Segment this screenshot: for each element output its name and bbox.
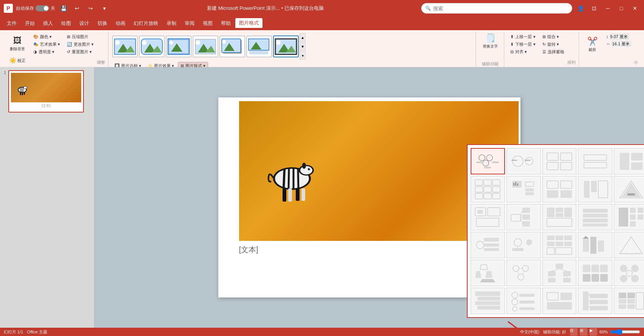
- adjust-group-label: 调整: [97, 58, 105, 67]
- replace-text-button[interactable]: 🗒️ 替换文字: [480, 32, 501, 51]
- text-placeholder[interactable]: [文本]: [239, 245, 258, 255]
- color-button[interactable]: 🎨颜色 ▾: [31, 33, 62, 40]
- svg-rect-136: [564, 242, 572, 246]
- picture-style-2[interactable]: [139, 35, 165, 57]
- search-bar[interactable]: 🔍: [421, 3, 572, 14]
- smartart-item-29[interactable]: [578, 288, 612, 314]
- svg-rect-87: [547, 181, 558, 188]
- gallery-scroll-down[interactable]: ▼: [300, 42, 306, 51]
- smartart-item-4[interactable]: [578, 148, 612, 174]
- smartart-item-30[interactable]: [614, 288, 644, 314]
- corrections-button[interactable]: ☀️ 校正: [6, 55, 29, 66]
- group-button[interactable]: ⊞组合 ▾: [540, 33, 567, 40]
- smartart-item-25[interactable]: [614, 260, 644, 286]
- smartart-item-20[interactable]: [614, 232, 644, 258]
- view-normal-button[interactable]: ⊟: [570, 328, 578, 336]
- smartart-item-15[interactable]: [614, 204, 644, 230]
- crop-button[interactable]: ✂️ 裁剪: [583, 33, 602, 56]
- height-input[interactable]: ↕: [604, 33, 633, 40]
- smartart-item-21[interactable]: [471, 260, 505, 286]
- svg-rect-73: [493, 180, 500, 185]
- ribbon-display-options[interactable]: ⊡: [589, 3, 599, 14]
- slide-thumbnail-1[interactable]: [文本]: [8, 70, 84, 113]
- menu-home[interactable]: 开始: [21, 18, 39, 28]
- smartart-item-12[interactable]: [507, 204, 541, 230]
- smartart-item-26[interactable]: [471, 288, 505, 314]
- gallery-more[interactable]: ▾: [300, 51, 306, 60]
- select-pane-button[interactable]: ☰选择窗格: [540, 48, 567, 55]
- view-reading-button[interactable]: ⊞: [580, 328, 587, 336]
- artistic-effects-button[interactable]: 🎭艺术效果 ▾: [31, 41, 62, 48]
- replace-text-label: 替换文字: [483, 44, 498, 49]
- width-input[interactable]: ↔: [604, 40, 633, 47]
- smartart-item-28[interactable]: [542, 288, 577, 314]
- smartart-item-11[interactable]: [471, 204, 505, 230]
- smartart-item-6[interactable]: [471, 176, 505, 202]
- compress-pictures-button[interactable]: ⊞压缩图片: [65, 33, 96, 40]
- svg-point-151: [518, 274, 524, 280]
- picture-style-6[interactable]: [246, 35, 272, 57]
- width-value[interactable]: [612, 41, 631, 46]
- menu-view[interactable]: 视图: [199, 18, 216, 28]
- smartart-item-23[interactable]: [542, 260, 577, 286]
- smartart-item-1[interactable]: [471, 148, 505, 174]
- undo-button[interactable]: ↩: [72, 3, 82, 14]
- menu-review[interactable]: 审阅: [181, 18, 198, 28]
- menu-design[interactable]: 设计: [76, 18, 93, 28]
- rotate-button[interactable]: ↻旋转 ▾: [540, 41, 567, 48]
- change-picture-button[interactable]: 🔄更改图片 ▾: [65, 41, 96, 48]
- height-value[interactable]: [610, 34, 629, 39]
- smartart-item-24[interactable]: [578, 260, 612, 286]
- menu-picture-format[interactable]: 图片格式: [235, 18, 263, 29]
- smartart-item-17[interactable]: [507, 232, 541, 258]
- smartart-item-18[interactable]: [542, 232, 577, 258]
- smartart-item-13[interactable]: [542, 204, 577, 230]
- svg-point-172: [620, 275, 627, 282]
- minimize-button[interactable]: ─: [602, 3, 613, 14]
- user-avatar[interactable]: 👤: [575, 3, 586, 14]
- close-button[interactable]: ✕: [630, 3, 640, 14]
- move-down-layer-button[interactable]: ⬇下移一层▾: [508, 41, 538, 48]
- smartart-item-16[interactable]: [471, 232, 505, 258]
- smartart-item-14[interactable]: [578, 204, 612, 230]
- maximize-button[interactable]: □: [616, 3, 627, 14]
- align-button[interactable]: ⊟对齐 ▾: [508, 48, 538, 55]
- menu-animations[interactable]: 动画: [112, 18, 129, 28]
- picture-style-1[interactable]: [112, 35, 138, 57]
- smartart-item-3[interactable]: [542, 148, 577, 174]
- picture-style-5[interactable]: [219, 35, 245, 57]
- search-input[interactable]: [433, 6, 568, 11]
- smartart-item-2[interactable]: [507, 148, 541, 174]
- customize-quick-access[interactable]: ▾: [99, 3, 110, 14]
- menu-help[interactable]: 帮助: [217, 18, 235, 28]
- smartart-item-22[interactable]: [507, 260, 541, 286]
- redo-button[interactable]: ↪: [85, 3, 96, 14]
- menu-transitions[interactable]: 切换: [94, 18, 111, 28]
- gallery-scroll-up[interactable]: ▲: [300, 33, 306, 42]
- smartart-item-8[interactable]: [542, 176, 577, 202]
- smartart-item-5[interactable]: [614, 148, 644, 174]
- menu-slideshow[interactable]: 幻灯片放映: [130, 18, 162, 28]
- smartart-item-27[interactable]: [507, 288, 541, 314]
- smartart-item-9[interactable]: [578, 176, 612, 202]
- smartart-item-19[interactable]: [578, 232, 612, 258]
- menu-file[interactable]: 文件: [3, 18, 20, 28]
- transparency-button[interactable]: ◑透明度 ▾: [31, 48, 62, 55]
- menu-insert[interactable]: 插入: [39, 18, 57, 28]
- menu-draw[interactable]: 绘图: [57, 18, 75, 28]
- move-up-layer-button[interactable]: ⬆上移一层▾: [508, 33, 538, 40]
- menu-record[interactable]: 录制: [163, 18, 180, 28]
- auto-save-toggle[interactable]: [36, 5, 49, 11]
- smartart-item-10[interactable]: [614, 176, 644, 202]
- picture-style-7[interactable]: [273, 35, 299, 57]
- save-button[interactable]: 💾: [58, 3, 69, 14]
- remove-background-button[interactable]: 🖼 删除背景: [7, 33, 28, 54]
- picture-style-4[interactable]: [193, 35, 218, 57]
- zoom-slider[interactable]: [610, 329, 640, 335]
- picture-style-3[interactable]: [166, 35, 192, 57]
- reset-picture-button[interactable]: ↺重置图片 ▾: [65, 48, 96, 55]
- size-label: 小: [634, 60, 638, 67]
- svg-rect-180: [519, 294, 534, 297]
- view-slideshow-button[interactable]: ▶: [590, 328, 597, 336]
- smartart-item-7[interactable]: [507, 176, 541, 202]
